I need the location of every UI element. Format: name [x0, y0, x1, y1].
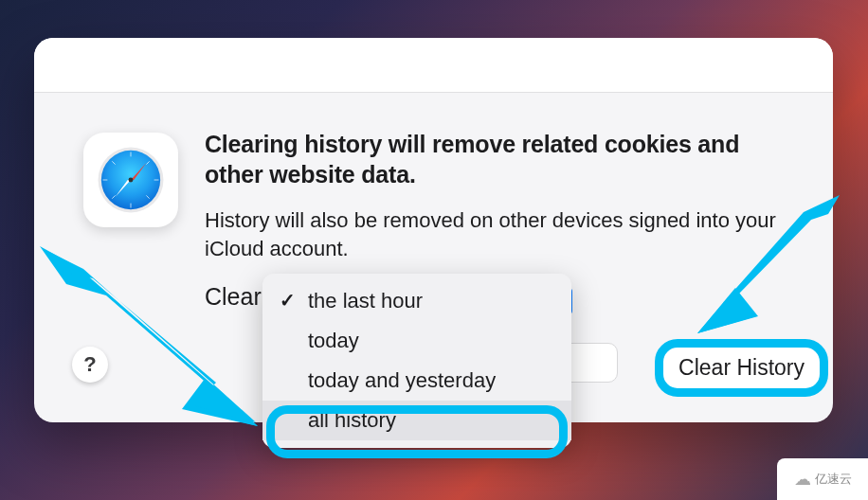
svg-point-12 [129, 178, 134, 183]
dropdown-option-today[interactable]: today [262, 321, 571, 361]
dropdown-option-all-history[interactable]: all history [262, 401, 571, 440]
clear-history-button[interactable]: Clear History [655, 339, 828, 397]
cloud-icon: ☁ [794, 469, 811, 490]
help-button[interactable]: ? [72, 347, 108, 383]
clear-range-dropdown[interactable]: the last hour today today and yesterday … [262, 274, 571, 448]
watermark: ☁ 亿速云 [777, 458, 868, 500]
dropdown-option-today-yesterday[interactable]: today and yesterday [262, 361, 571, 401]
dialog-headline: Clearing history will remove related coo… [205, 129, 795, 189]
dialog-subtext: History will also be removed on other de… [205, 206, 795, 262]
watermark-text: 亿速云 [815, 471, 852, 488]
safari-icon [83, 133, 178, 227]
dialog-titlebar [34, 38, 833, 93]
dropdown-option-last-hour[interactable]: the last hour [262, 281, 571, 321]
